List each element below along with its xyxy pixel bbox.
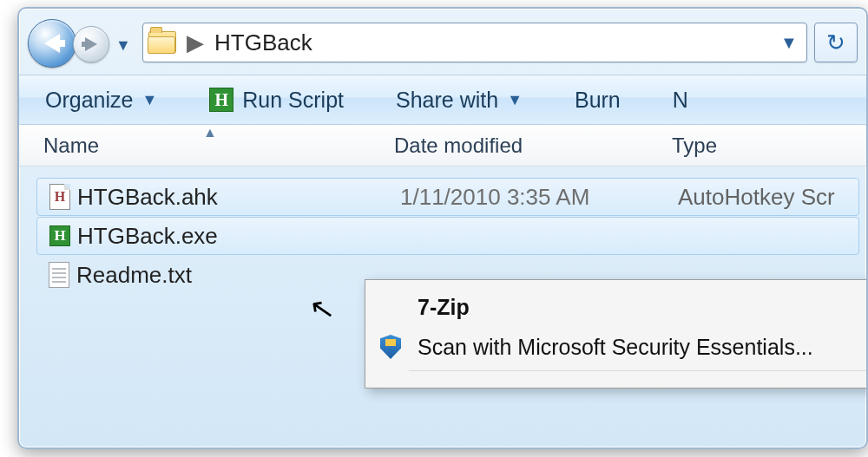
ahk-file-icon: H bbox=[49, 184, 70, 210]
sort-ascending-icon: ▲ bbox=[203, 125, 217, 140]
address-bar[interactable]: ▶ HTGBack ▼ bbox=[142, 23, 807, 62]
forward-button[interactable] bbox=[73, 26, 109, 62]
back-button[interactable] bbox=[28, 19, 76, 68]
file-date: 1/11/2010 3:35 AM bbox=[390, 184, 667, 211]
ahk-exe-icon: H bbox=[49, 225, 70, 246]
file-row[interactable]: H HTGBack.ahk 1/11/2010 3:35 AM AutoHotk… bbox=[36, 178, 859, 216]
chevron-down-icon: ▼ bbox=[141, 91, 157, 109]
column-date-modified[interactable]: Date modified bbox=[384, 134, 661, 158]
context-menu-label: 7-Zip bbox=[418, 295, 470, 320]
column-type[interactable]: Type bbox=[661, 134, 866, 158]
context-menu-item-7zip[interactable]: 7-Zip bbox=[365, 287, 868, 327]
nav-history-dropdown[interactable]: ▼ bbox=[113, 36, 134, 54]
address-dropdown[interactable]: ▼ bbox=[777, 23, 801, 62]
breadcrumb-folder[interactable]: HTGBack bbox=[214, 29, 312, 56]
mouse-cursor-icon: ↖ bbox=[307, 290, 338, 328]
shield-icon bbox=[380, 335, 401, 359]
run-script-button[interactable]: H Run Script bbox=[209, 88, 344, 113]
toolbar: Organize ▼ H Run Script Share with ▼ Bur… bbox=[19, 75, 866, 125]
context-menu-separator bbox=[409, 370, 867, 381]
file-type: AutoHotkey Scr bbox=[667, 184, 858, 211]
context-menu-item-scan[interactable]: Scan with Microsoft Security Essentials.… bbox=[365, 327, 868, 367]
organize-label: Organize bbox=[45, 88, 133, 113]
refresh-button[interactable]: ↻ bbox=[814, 23, 858, 62]
text-file-icon bbox=[49, 262, 69, 288]
share-with-button[interactable]: Share with ▼ bbox=[396, 88, 523, 113]
autohotkey-icon: H bbox=[209, 88, 233, 112]
organize-button[interactable]: Organize ▼ bbox=[45, 88, 157, 113]
run-script-label: Run Script bbox=[242, 88, 344, 113]
breadcrumb-separator: ▶ bbox=[187, 29, 204, 56]
share-with-label: Share with bbox=[396, 88, 498, 113]
toolbar-overflow-label: N bbox=[673, 88, 688, 113]
nav-buttons: ▼ bbox=[28, 17, 135, 68]
explorer-window: ▼ ▶ HTGBack ▼ ↻ Organize ▼ H Run Script … bbox=[17, 7, 868, 449]
burn-label: Burn bbox=[575, 88, 621, 113]
file-row[interactable]: H HTGBack.exe bbox=[36, 217, 859, 255]
arrow-right-icon bbox=[85, 37, 97, 51]
toolbar-overflow[interactable]: N bbox=[673, 88, 688, 113]
folder-icon bbox=[148, 31, 176, 54]
context-menu-label: Scan with Microsoft Security Essentials.… bbox=[418, 335, 813, 360]
file-list: H HTGBack.ahk 1/11/2010 3:35 AM AutoHotk… bbox=[19, 166, 866, 294]
column-name[interactable]: Name bbox=[19, 134, 384, 158]
file-name: Readme.txt bbox=[76, 262, 384, 289]
refresh-icon: ↻ bbox=[826, 29, 845, 56]
file-name: HTGBack.exe bbox=[77, 223, 390, 250]
arrow-left-icon bbox=[44, 34, 60, 53]
file-name: HTGBack.ahk bbox=[77, 184, 390, 211]
chevron-down-icon: ▼ bbox=[507, 91, 523, 109]
column-headers: ▲ Name Date modified Type bbox=[19, 125, 866, 166]
nav-row: ▼ ▶ HTGBack ▼ ↻ bbox=[19, 9, 866, 71]
context-menu: 7-Zip Scan with Microsoft Security Essen… bbox=[365, 279, 868, 388]
burn-button[interactable]: Burn bbox=[575, 88, 621, 113]
